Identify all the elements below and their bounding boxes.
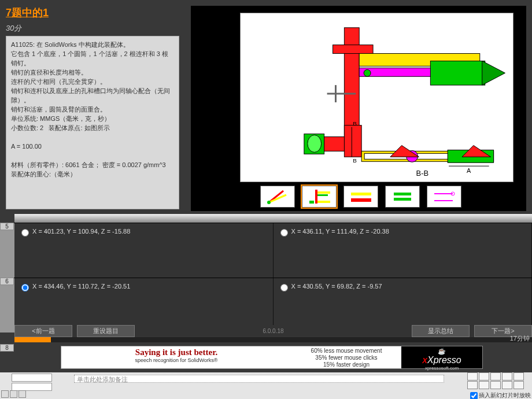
svg-marker-5 [482, 61, 505, 85]
svg-point-11 [308, 135, 322, 153]
reset-button[interactable]: 重设题目 [77, 325, 135, 337]
thumbnail-3[interactable] [343, 186, 378, 208]
answer-grid: X = 401.23, Y = 100.94, Z = -15.88X = 43… [0, 223, 532, 332]
answer-option[interactable]: X = 436.11, Y = 111.49, Z = -20.38 [274, 223, 533, 278]
svg-rect-30 [309, 201, 314, 204]
thumbnail-4[interactable] [385, 186, 420, 208]
section-label: B-B [416, 169, 429, 178]
ad-headline: Saying it is just better. [61, 348, 291, 357]
svg-rect-29 [317, 194, 328, 196]
svg-rect-1 [333, 45, 374, 54]
ruler-tick: 5 [0, 223, 14, 230]
thumbnail-1[interactable] [260, 186, 295, 208]
progress-bar [14, 337, 51, 342]
svg-rect-3 [359, 68, 439, 76]
svg-rect-31 [317, 201, 330, 203]
svg-rect-32 [351, 193, 371, 195]
outline-box-2[interactable] [12, 383, 52, 391]
thumbnail-2[interactable] [302, 186, 337, 208]
svg-point-26 [267, 201, 271, 204]
version-label: 6.0.0.18 [263, 328, 283, 334]
prev-button[interactable]: <前一题 [14, 325, 72, 337]
svg-rect-9 [344, 125, 361, 157]
svg-rect-4 [430, 61, 485, 85]
notes-input[interactable]: 单击此处添加备注 [74, 375, 444, 383]
svg-rect-28 [317, 191, 330, 194]
timer-label: 17分钟 [510, 334, 530, 343]
svg-text:B: B [353, 157, 357, 164]
question-title: 7题中的1 [6, 6, 183, 20]
view-slideshow-icon[interactable] [19, 390, 26, 398]
main-diagram: B B B-B A [240, 13, 513, 182]
slideshow-checkbox[interactable]: 插入新幻灯片时放映 [470, 391, 531, 399]
progress-track [14, 337, 532, 342]
problem-text: A11025: 在 SolidWorks 中构建此装配体。它包含 1 个底座，1… [6, 36, 179, 209]
svg-text:B: B [353, 120, 357, 127]
bottom-toolbar: <前一题 重设题目 6.0.0.18 显示总结 下一题> [14, 325, 532, 337]
thumbnail-5[interactable] [427, 186, 461, 208]
ad-banner[interactable]: Saying it is just better. speech recogni… [61, 346, 483, 369]
svg-rect-34 [394, 193, 411, 195]
image-viewer: B B B-B A [191, 6, 526, 211]
summary-button[interactable]: 显示总结 [412, 325, 470, 337]
outline-box[interactable] [12, 374, 52, 382]
svg-rect-33 [351, 198, 371, 202]
view-normal-icon[interactable] [1, 390, 9, 398]
score-label: 30分 [6, 23, 183, 34]
svg-rect-12 [324, 137, 345, 152]
ruler-horizontal [14, 214, 532, 223]
view-outline-icon[interactable] [10, 390, 17, 398]
thumbnail-strip [260, 186, 461, 208]
ad-url: xpressosoft.com [401, 365, 482, 371]
answer-option[interactable]: X = 401.23, Y = 100.94, Z = -15.88 [14, 223, 274, 278]
svg-text:A: A [467, 167, 471, 174]
svg-rect-0 [344, 28, 359, 137]
powerpoint-chrome: 单击此处添加备注 插入新幻灯片时放映 [0, 372, 532, 399]
ruler-tick: 8 [0, 344, 14, 352]
svg-rect-35 [394, 198, 411, 201]
ad-subhead: speech recognition for SolidWorks® [61, 357, 291, 363]
ruler-tick: 6 [0, 278, 14, 285]
svg-point-6 [364, 69, 371, 76]
svg-rect-27 [315, 190, 317, 204]
